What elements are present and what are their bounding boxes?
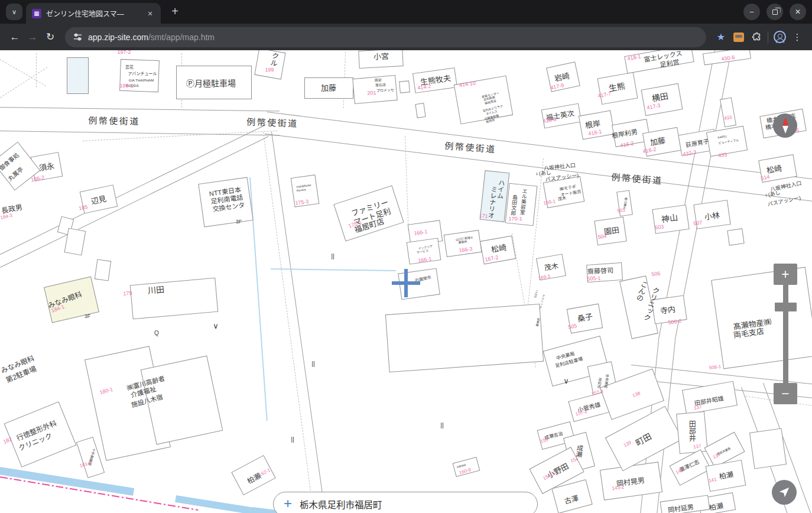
map-label: 433 [718, 152, 727, 158]
map-label: 186-2 [31, 175, 45, 183]
map-label: 166-1 [418, 256, 432, 264]
new-tab-button[interactable]: + [168, 5, 182, 19]
water-line [175, 495, 259, 513]
map-label: 加藤 [321, 84, 336, 92]
compass-button[interactable] [773, 113, 797, 138]
map-label: 182 [2, 437, 12, 445]
map-label: 齋藤啓司 [587, 267, 614, 275]
map-label: 田部井 [688, 420, 696, 441]
map-label: 販売所 [486, 119, 495, 124]
building-outline [67, 57, 89, 94]
map-label: クリニック [538, 294, 544, 309]
map-label: ∨ [563, 377, 569, 385]
reload-button[interactable]: ↻ [41, 28, 59, 46]
map-label: Q [154, 330, 159, 337]
tab-close-icon[interactable]: ✕ [145, 9, 155, 18]
restore-icon [772, 9, 778, 15]
map-label: || [331, 253, 334, 260]
back-button[interactable]: ← [6, 28, 24, 46]
map-canvas[interactable]: 例幣使街道例幣使街道例幣使街道例幣使街道197-2クル199恋花アバンチュールG… [0, 50, 812, 513]
map-label: 3F [236, 219, 242, 225]
tab-search-button[interactable]: ∨ [6, 4, 22, 20]
map-label: 199 [265, 67, 274, 73]
map-label: 例幣使街道 [444, 141, 496, 154]
zoom-out-button[interactable]: − [774, 383, 797, 404]
map-label: GIA THAIPHAM [129, 79, 154, 82]
browser-toolbar: ← → ↻ app.zip-site.com/smt/app/map.htm ★… [0, 24, 812, 50]
map-label: 506-2 [668, 319, 682, 326]
window-controls: – ✕ [743, 4, 806, 20]
browser-menu-icon[interactable]: ⋮ [788, 28, 806, 46]
map-label: ♀(あし [764, 190, 781, 199]
map-label: || [291, 436, 294, 443]
building-outline [130, 278, 219, 319]
bookmark-star-icon[interactable]: ★ [712, 28, 730, 46]
map-label: こんの [533, 289, 538, 298]
map-label: 3F [85, 314, 91, 319]
map-label: 197-2 [117, 50, 131, 56]
map-center-crosshair [392, 269, 420, 297]
map-label: 505-1 [587, 276, 600, 283]
map-label: 171 [479, 213, 488, 220]
map-label: Ⓟ月極駐車場 [186, 79, 236, 88]
building-outline [64, 228, 86, 256]
road-line [0, 107, 280, 112]
map-label: || [440, 422, 444, 429]
map-label: 201 [367, 90, 376, 96]
building-outline [385, 304, 544, 372]
map-label: 179 [123, 291, 132, 297]
search-value: 栃木県足利市福居町 [300, 498, 382, 511]
navigation-arrow-icon [778, 486, 791, 499]
map-label: 川田 [147, 285, 164, 295]
zoom-in-button[interactable]: + [774, 264, 797, 285]
profile-icon[interactable] [771, 28, 788, 46]
restore-button[interactable] [766, 4, 783, 20]
toolbar-divider [768, 31, 768, 43]
map-label: 小宮 [373, 53, 389, 61]
map-label: 196-1 [119, 83, 133, 89]
map-label: 416-2 [620, 141, 634, 148]
map-label: 岡安 [375, 79, 382, 83]
browser-tab[interactable]: ▦ ゼンリン住宅地図スマ― ✕ [26, 3, 161, 24]
forward-button[interactable]: → [24, 28, 41, 46]
building-outline [720, 98, 736, 128]
building-outline [749, 428, 787, 469]
map-label: 506 [651, 271, 661, 277]
boundary-line [0, 476, 198, 511]
site-settings-icon[interactable] [73, 33, 82, 41]
url-text: app.zip-site.com/smt/app/map.htm [88, 33, 215, 42]
map-label: || [311, 361, 315, 368]
water-line [271, 268, 396, 271]
address-bar[interactable]: app.zip-site.com/smt/app/map.htm [65, 27, 706, 47]
extensions-puzzle-icon[interactable] [748, 28, 765, 46]
map-label: アバンチュール [128, 72, 157, 76]
building-outline [95, 259, 111, 281]
map-label: 例幣使街道 [246, 118, 298, 129]
current-location-button[interactable] [772, 480, 797, 505]
building-outline [415, 103, 426, 118]
map-label: 恋花 [125, 65, 134, 69]
map-label: ∨ [213, 322, 219, 330]
map-label: 宝石店 [375, 83, 386, 87]
map-label: 184-3 [0, 213, 13, 220]
tab-title: ゼンリン住宅地図スマ― [46, 8, 141, 18]
map-label: 170-1 [508, 216, 522, 222]
map-label: 例幣使街道 [611, 173, 663, 186]
close-button[interactable]: ✕ [790, 4, 806, 20]
road-line [36, 53, 37, 87]
map-label: 508-1 [709, 365, 721, 371]
compass-north-needle-icon [782, 118, 788, 125]
zoom-slider-track[interactable] [783, 285, 788, 383]
map-label: 432-3 [683, 150, 697, 157]
building-outline [727, 228, 744, 245]
road-line [405, 136, 409, 230]
zoom-slider-handle[interactable] [775, 303, 797, 311]
map-label: 成瀬 [574, 444, 583, 457]
plus-icon: + [284, 496, 292, 511]
browser-window: ∨ ▦ ゼンリン住宅地図スマ― ✕ + – ✕ ← → ↻ app.zip-si… [0, 0, 812, 513]
extension-avatar-icon[interactable] [730, 28, 748, 46]
building-outline [399, 80, 410, 93]
compass-south-needle-icon [782, 126, 788, 134]
map-search-bar[interactable]: + 栃木県足利市福居町 [273, 492, 538, 513]
minimize-button[interactable]: – [743, 4, 760, 20]
